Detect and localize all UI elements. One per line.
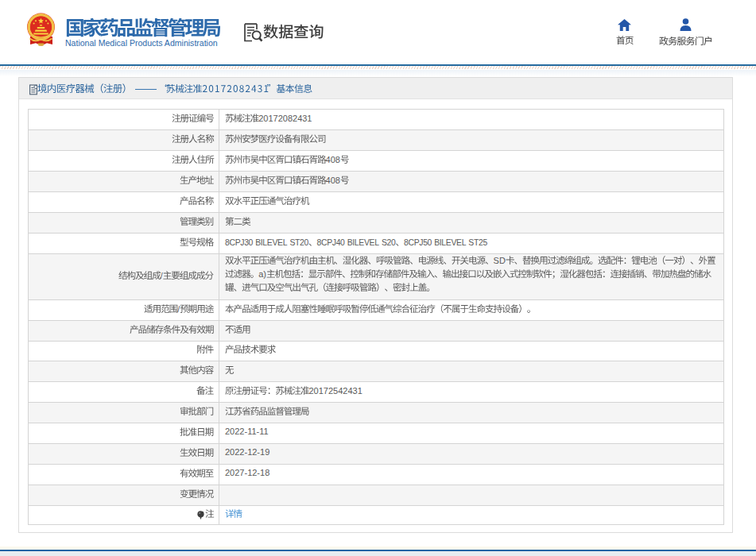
svg-text:BILEVEL: BILEVEL xyxy=(347,238,379,247)
svg-text:ST20: ST20 xyxy=(289,238,308,247)
svg-text:SD: SD xyxy=(494,256,506,265)
svg-text:/: / xyxy=(161,271,163,280)
svg-text:8CPJ40: 8CPJ40 xyxy=(317,238,346,247)
svg-text:408: 408 xyxy=(326,176,340,185)
svg-text:S20: S20 xyxy=(382,238,396,247)
svg-text:20172082431: 20172082431 xyxy=(258,114,312,123)
svg-text:BILEVEL: BILEVEL xyxy=(255,238,287,247)
svg-text:20172542431: 20172542431 xyxy=(309,386,362,396)
svg-text:408: 408 xyxy=(326,155,340,164)
svg-text:8CPJ30: 8CPJ30 xyxy=(225,238,254,247)
svg-text:ST25: ST25 xyxy=(468,238,487,247)
svg-text:BILEVEL: BILEVEL xyxy=(434,238,466,247)
svg-text:8CPJ50: 8CPJ50 xyxy=(404,238,432,247)
svg-text:a): a) xyxy=(258,269,266,279)
svg-text:/: / xyxy=(177,304,180,314)
